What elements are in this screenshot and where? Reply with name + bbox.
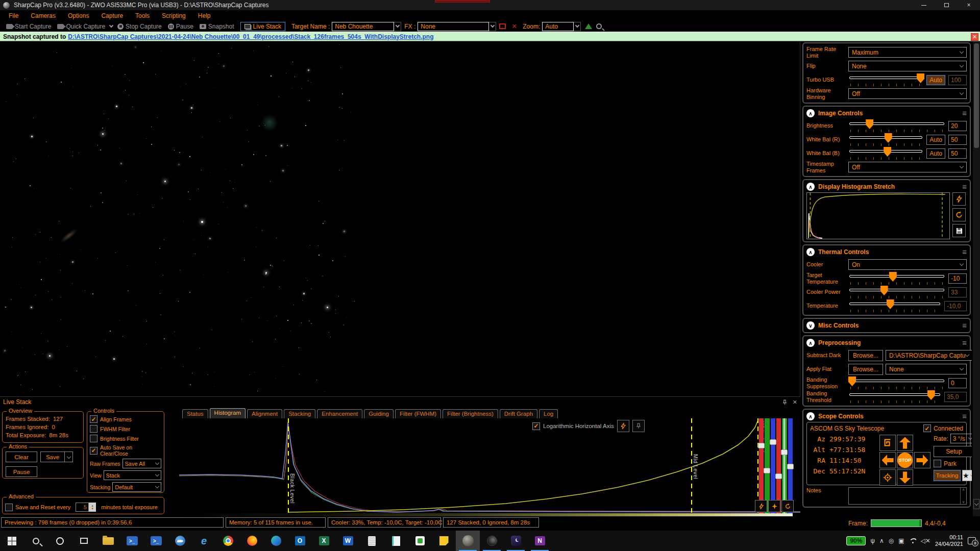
section-menu-icon[interactable]: ≡: [962, 323, 967, 328]
display-stretch-histogram[interactable]: [806, 192, 950, 239]
action-center-icon[interactable]: 8: [968, 537, 976, 544]
raw-frames-select[interactable]: Save All: [122, 459, 161, 468]
histogram-plot[interactable]: Black Level Mid Level White Level ✓ Loga…: [179, 418, 800, 517]
search-icon[interactable]: [24, 531, 48, 551]
file-explorer-icon[interactable]: [96, 531, 120, 551]
red-level-bar[interactable]: [759, 418, 764, 513]
notepad-icon[interactable]: [384, 531, 408, 551]
reset-stretch-button[interactable]: [952, 208, 966, 221]
blue-level-handle[interactable]: [770, 439, 776, 445]
sharpcap-taskbar-icon[interactable]: [456, 531, 480, 551]
subtract-dark-select[interactable]: D:\ASTRO\SharpCap Captures\..: [886, 350, 972, 361]
scrollbar-down-arrow[interactable]: [973, 499, 979, 509]
section-menu-icon[interactable]: ≡: [962, 184, 967, 189]
tab-log[interactable]: Log: [539, 409, 558, 418]
flip-select[interactable]: None: [848, 61, 967, 71]
zoom-select[interactable]: Auto: [542, 22, 574, 31]
levels-auto-stretch-button[interactable]: [755, 500, 767, 512]
wifi-icon[interactable]: [909, 538, 916, 543]
notes-input[interactable]: ∧∨: [848, 487, 967, 505]
night-sky-app-icon[interactable]: [504, 531, 528, 551]
fx-select[interactable]: None: [418, 22, 489, 31]
goto-target-button[interactable]: [879, 469, 896, 486]
excel-icon[interactable]: X: [312, 531, 336, 551]
tab-enhancement[interactable]: Enhancement: [317, 409, 362, 418]
pause-button[interactable]: Pause: [165, 22, 197, 31]
dark-app-icon[interactable]: [480, 531, 504, 551]
rate-select[interactable]: 3 °/s: [950, 434, 972, 443]
slew-down-button[interactable]: [897, 469, 913, 486]
tracking-button[interactable]: Tracking: [934, 470, 961, 481]
white-bal-r-value[interactable]: 50: [948, 135, 967, 145]
section-menu-icon[interactable]: ≡: [962, 249, 967, 255]
cooler-select[interactable]: On: [848, 259, 967, 270]
tab-stacking[interactable]: Stacking: [284, 409, 315, 418]
outlook-icon[interactable]: O: [288, 531, 312, 551]
green-level-bar[interactable]: [765, 418, 769, 513]
favorite-rate-button[interactable]: ★: [962, 470, 972, 481]
powershell-2-icon[interactable]: >_: [144, 531, 168, 551]
blue-level-handle-2[interactable]: [787, 464, 794, 469]
white-bal-r-slider[interactable]: [848, 133, 923, 146]
target-name-select[interactable]: Neb Chouette: [332, 22, 394, 31]
black-level-line-label[interactable]: Black Level: [289, 473, 296, 504]
save-button[interactable]: Save: [40, 452, 65, 462]
volume-muted-icon[interactable]: ◁✕: [921, 537, 930, 544]
stop-slew-button[interactable]: STOP: [897, 452, 913, 468]
levels-star-button[interactable]: [768, 500, 780, 512]
scrollbar-thumb[interactable]: [974, 43, 979, 148]
task-view-icon[interactable]: [72, 531, 96, 551]
zoom-dropdown-arrow[interactable]: [574, 22, 581, 31]
dock-close-icon[interactable]: ✕: [793, 399, 797, 406]
log-axis-checkbox[interactable]: ✓: [532, 422, 540, 430]
section-menu-icon[interactable]: ≡: [962, 111, 967, 116]
menu-capture[interactable]: Capture: [95, 11, 129, 20]
menu-scripting[interactable]: Scripting: [156, 11, 191, 20]
sticky-notes-icon[interactable]: [432, 531, 456, 551]
quick-capture-button[interactable]: Quick Capture: [54, 22, 108, 31]
banding-suppression-value[interactable]: 0: [948, 378, 967, 388]
auto-histogram-icon[interactable]: [585, 23, 592, 29]
notification-close-icon[interactable]: ✕: [971, 33, 978, 41]
live-stack-toggle[interactable]: Live Stack: [240, 22, 285, 31]
turbo-usb-auto-button[interactable]: Auto: [926, 75, 945, 85]
tab-histogram[interactable]: Histogram: [210, 408, 246, 418]
save-reset-checkbox[interactable]: ✓: [5, 504, 13, 511]
snapshot-path-link[interactable]: D:\ASTRO\SharpCap Captures\2021-04-24\Ne…: [68, 33, 433, 40]
collapse-icon[interactable]: ∧: [806, 183, 815, 191]
close-button[interactable]: ×: [958, 0, 980, 10]
auto-stretch-button[interactable]: [952, 192, 966, 206]
reticle-icon[interactable]: ✕: [511, 22, 517, 30]
target-temperature-value[interactable]: -10: [948, 273, 967, 284]
selection-area-icon[interactable]: [499, 23, 506, 29]
collapse-icon[interactable]: ∧: [806, 109, 815, 117]
pin-icon[interactable]: [782, 399, 788, 405]
thunderbird-icon[interactable]: [168, 531, 192, 551]
cortana-icon[interactable]: [48, 531, 72, 551]
firefox-icon[interactable]: [240, 531, 264, 551]
brightness-filter-checkbox[interactable]: ✓: [90, 435, 97, 442]
tab-guiding[interactable]: Guiding: [364, 409, 394, 418]
green-level-bar-2[interactable]: [782, 418, 787, 513]
red-level-bar-2[interactable]: [776, 418, 781, 513]
quick-capture-dropdown-arrow[interactable]: [108, 23, 114, 30]
fwhm-filter-checkbox[interactable]: ✓: [90, 425, 97, 433]
panel-scrollbar[interactable]: [973, 41, 980, 516]
view-select[interactable]: Stack: [104, 470, 161, 480]
histogram-pin-button[interactable]: [632, 420, 645, 432]
target-name-dropdown-arrow[interactable]: [394, 22, 401, 31]
subtract-dark-browse-button[interactable]: Browse...: [848, 350, 883, 361]
green-level-handle[interactable]: [764, 468, 770, 473]
collapse-icon[interactable]: ∧: [806, 339, 815, 347]
white-bal-r-auto-button[interactable]: Auto: [926, 135, 945, 145]
usb-plug-icon[interactable]: ψ: [870, 537, 875, 544]
zoom-magnifier-icon[interactable]: [596, 23, 602, 29]
save-stretch-button[interactable]: [952, 224, 966, 237]
menu-tools[interactable]: Tools: [130, 11, 155, 20]
power-tray-icon[interactable]: ▣: [898, 537, 904, 544]
start-button-icon[interactable]: [0, 531, 24, 551]
blue-level-bar-2[interactable]: [788, 418, 793, 513]
red-level-handle[interactable]: [758, 443, 765, 448]
collapse-icon[interactable]: ∧: [806, 412, 815, 420]
powershell-icon[interactable]: >_: [120, 531, 144, 551]
